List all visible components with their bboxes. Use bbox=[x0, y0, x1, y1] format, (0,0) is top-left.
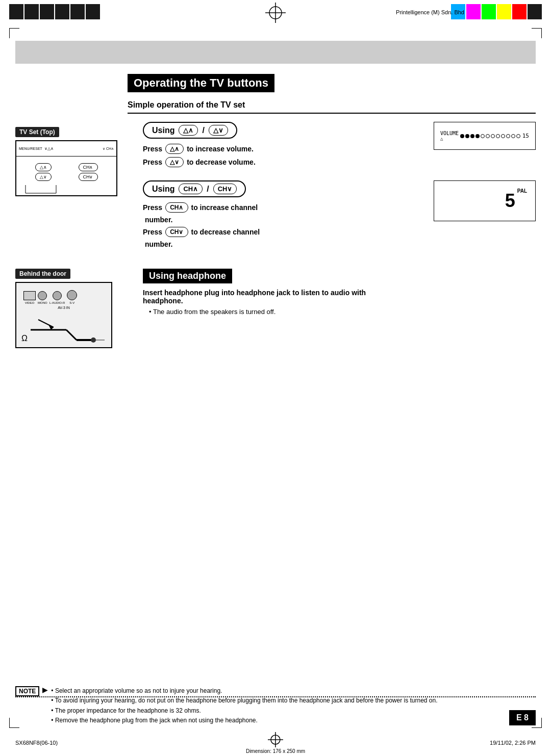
menu-reset-label: MENU/RESET bbox=[19, 147, 42, 150]
omega-symbol: Ω bbox=[21, 334, 28, 343]
dot10 bbox=[506, 134, 510, 138]
volume-section: Using △∧ / △∨ Press △∧ to increase volum… bbox=[143, 122, 536, 170]
divider-line bbox=[128, 113, 536, 114]
vol-down-instruction-btn: △∨ bbox=[165, 157, 184, 167]
tv-button-row-top: △∧ △∨ CH∧ CH∨ bbox=[16, 161, 116, 184]
port-sv: S-V bbox=[67, 290, 77, 305]
plug-area bbox=[20, 315, 107, 344]
channel-box: 5 PAL bbox=[434, 180, 536, 221]
note-section: NOTE ▶ Select an appropriate volume so a… bbox=[15, 686, 536, 725]
color-bar-black3 bbox=[40, 4, 54, 19]
dot1 bbox=[460, 134, 464, 138]
color-bar-black5 bbox=[70, 4, 85, 19]
color-bars-right bbox=[451, 4, 542, 19]
port-video: VIDEO bbox=[23, 291, 36, 305]
footer: SX68NF8(06-10) Dimension: 176 x 250 mm 1… bbox=[15, 740, 536, 746]
vol-down-inline-btn: △∨ bbox=[209, 125, 228, 136]
behind-door-diagram: VIDEO MONO L-AUDIO-R S-V bbox=[15, 282, 112, 348]
using-label-ch: Using bbox=[152, 185, 174, 194]
tv-diagram: MENU/RESET ∨△∧ ∨ CH∧ △∧ △∨ CH∧ CH∨ bbox=[15, 140, 117, 196]
port-label-video: VIDEO bbox=[25, 301, 35, 305]
note-item-4: Remove the headphone plug from the jack … bbox=[51, 716, 437, 725]
vol-up-btn: △∧ bbox=[35, 163, 52, 171]
press-label-ch-up: Press bbox=[143, 203, 162, 212]
right-content: Using △∧ / △∨ Press △∧ to increase volum… bbox=[143, 122, 536, 258]
bracket-lines bbox=[20, 184, 61, 194]
color-bar-green bbox=[482, 4, 496, 19]
press-label-ch-down: Press bbox=[143, 228, 162, 236]
subtitle-area: Simple operation of the TV set bbox=[128, 100, 536, 114]
headphone-title: Using headphone bbox=[143, 269, 232, 283]
note-box: NOTE ▶ Select an appropriate volume so a… bbox=[15, 686, 536, 725]
dot3 bbox=[470, 134, 474, 138]
svg-point-11 bbox=[91, 337, 96, 343]
page-badge: E 8 bbox=[509, 710, 536, 725]
note-arrow: ▶ bbox=[42, 686, 48, 694]
vol-down-btn: △∨ bbox=[35, 173, 52, 181]
ch-up-instruction-btn: CH∧ bbox=[165, 202, 188, 213]
behind-door-column: Behind the door VIDEO MONO L-AUDIO-R bbox=[15, 269, 133, 348]
color-bar-black4 bbox=[55, 4, 69, 19]
press-ch-up-text2: number. bbox=[145, 216, 418, 224]
vol-buttons: △∧ △∨ bbox=[35, 163, 52, 181]
port-sq-mono bbox=[38, 291, 47, 300]
company-name: Printelligence (M) Sdn. Bhd bbox=[396, 9, 464, 15]
color-bar-yellow bbox=[497, 4, 511, 19]
tv-set-label: TV Set (Top) bbox=[15, 127, 59, 137]
color-bar-black2 bbox=[24, 4, 39, 19]
channel-display: 5 PAL bbox=[434, 180, 536, 221]
ch-down-inline-btn: CH∨ bbox=[213, 184, 237, 194]
port-audio: L-AUDIO-R bbox=[49, 291, 65, 305]
volume-box-left: VOLUME △ bbox=[440, 131, 459, 141]
press-ch-down-text2: number. bbox=[145, 240, 418, 248]
note-item-2: To avoid injuring your hearing, do not p… bbox=[51, 696, 437, 706]
using-label-vol: Using bbox=[152, 126, 174, 135]
main-content: Operating the TV buttons Simple operatio… bbox=[15, 41, 536, 715]
port-label-audio: L-AUDIO-R bbox=[49, 301, 65, 305]
channel-instructions: Using CH∧ / CH∨ Press CH∧ to increase ch… bbox=[143, 180, 418, 248]
ports-row: VIDEO MONO L-AUDIO-R S-V bbox=[20, 287, 107, 305]
svg-line-9 bbox=[66, 330, 77, 340]
press-ch-up-line: Press CH∧ to increase channel bbox=[143, 202, 418, 213]
press-ch-up-text: to increase channel bbox=[191, 203, 258, 212]
ch-up-btn: CH∧ bbox=[79, 163, 98, 171]
note-items: Select an appropriate volume so as not t… bbox=[51, 686, 437, 725]
dot11 bbox=[511, 134, 515, 138]
color-bar-red bbox=[512, 4, 527, 19]
press-label-vol-up: Press bbox=[143, 145, 162, 153]
volume-dots-area: 15 bbox=[460, 133, 529, 139]
port-label-sv: S-V bbox=[69, 301, 74, 305]
volume-using-title: Using △∧ / △∨ bbox=[143, 122, 237, 139]
crosshair-top bbox=[265, 3, 286, 24]
gray-band bbox=[15, 41, 536, 64]
vol-indicators: ∨△∧ bbox=[44, 146, 54, 151]
pal-label: PAL bbox=[517, 188, 527, 194]
tv-top-bar: MENU/RESET ∨△∧ ∨ CH∧ bbox=[16, 141, 116, 157]
color-bars-left bbox=[9, 4, 100, 19]
dot2 bbox=[465, 134, 469, 138]
vol-up-inline-btn: △∧ bbox=[179, 125, 198, 136]
volume-box: VOLUME △ bbox=[434, 122, 536, 150]
channel-number: 5 bbox=[505, 192, 515, 210]
dot7 bbox=[491, 134, 495, 138]
ch-buttons: CH∧ CH∨ bbox=[79, 163, 98, 181]
press-ch-down-text: to decrease channel bbox=[191, 228, 260, 236]
av-label: AV-3 IN bbox=[23, 306, 104, 310]
color-bar-magenta bbox=[466, 4, 481, 19]
press-vol-up-text: to increase volume. bbox=[187, 145, 254, 153]
port-mono: MONO bbox=[38, 291, 47, 305]
channel-using-title: Using CH∧ / CH∨ bbox=[143, 180, 246, 197]
note-item-1: Select an appropriate volume so as not t… bbox=[51, 686, 437, 696]
dot8 bbox=[496, 134, 500, 138]
footer-right: 19/11/02, 2:26 PM bbox=[490, 740, 536, 746]
footer-left: SX68NF8(06-10) bbox=[15, 740, 58, 746]
tv-set-column: TV Set (Top) MENU/RESET ∨△∧ ∨ CH∧ △∧ △∨ … bbox=[15, 122, 133, 258]
dot5 bbox=[481, 134, 485, 138]
vol-separator: / bbox=[202, 126, 204, 135]
vol-up-instruction-btn: △∧ bbox=[165, 144, 184, 154]
corner-mark-tl bbox=[9, 28, 19, 38]
press-label-vol-down: Press bbox=[143, 158, 162, 166]
page-header: Printelligence (M) Sdn. Bhd bbox=[0, 0, 551, 31]
port-rect-video bbox=[23, 291, 36, 300]
plug-cord-svg bbox=[26, 315, 112, 343]
